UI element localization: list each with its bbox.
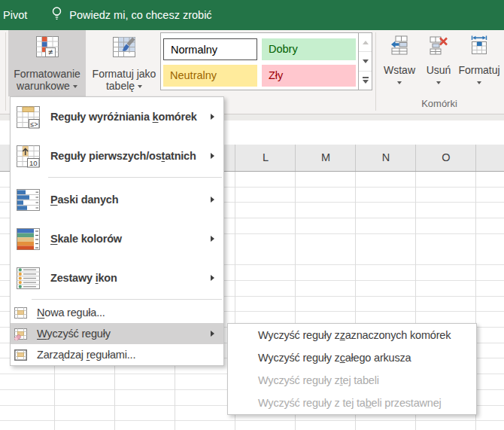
menu-item-label: Skale kolorów (50, 233, 122, 245)
manage-rules-icon (14, 349, 27, 361)
format-as-table-label-line1: Formatuj jako (93, 69, 156, 80)
submenu-item-clear-this-table: Wyczyść reguły z tej tabeli (228, 369, 476, 392)
data-bars-icon (16, 188, 41, 212)
menu-item-label: Zestawy ikon (50, 272, 117, 284)
menu-item-clear-rules[interactable]: Wyczyść reguły (11, 323, 223, 344)
tell-me-box[interactable]: Powiedz mi, co chcesz zrobić (51, 6, 211, 24)
dropdown-caret-icon (138, 85, 142, 88)
insert-cells-label: Wstaw (384, 64, 415, 76)
menu-item-new-rule[interactable]: Nowa reguła... (11, 302, 223, 323)
cells-group-label: Komórki (376, 98, 502, 109)
menu-item-manage-rules[interactable]: Zarządzaj regułami... (11, 344, 223, 365)
excel-window: Pivot Powiedz mi, co chcesz zrobić ≠ (0, 0, 504, 430)
svg-text:≠: ≠ (47, 47, 52, 56)
style-good[interactable]: Dobry (262, 38, 356, 60)
delete-cells-icon (429, 35, 448, 58)
format-as-table-icon (112, 35, 136, 63)
submenu-arrow-icon (211, 331, 214, 337)
menu-item-data-bars[interactable]: Paski danych (11, 180, 223, 219)
submenu-item-clear-entire-sheet[interactable]: Wyczyść reguły z całego arkusza (228, 346, 476, 369)
top-bottom-rules-icon: 10 (16, 144, 41, 169)
submenu-arrow-icon (211, 153, 214, 159)
menu-item-icon-sets[interactable]: Zestawy ikon (11, 258, 223, 297)
format-cells-label: Formatuj (458, 64, 499, 76)
dropdown-caret-icon (436, 81, 441, 84)
up-arrow-icon (363, 41, 369, 44)
clear-rules-icon (14, 328, 27, 340)
menu-item-color-scales[interactable]: Skale kolorów (11, 219, 223, 258)
conditional-formatting-menu: ≤> Reguły wyróżniania komórek 10 Reguły … (10, 96, 224, 366)
style-neutral[interactable]: Neutralny (163, 65, 257, 87)
menu-separator (32, 299, 222, 300)
submenu-arrow-icon (211, 197, 214, 203)
conditional-formatting-button[interactable]: ≠ Formatowanie warunkowe (8, 30, 86, 96)
column-header-N[interactable]: N (356, 145, 416, 171)
format-cells-icon (469, 35, 489, 58)
delete-cells-label: Usuń (427, 64, 451, 76)
column-header-O[interactable]: O (416, 145, 476, 171)
submenu-arrow-icon (211, 236, 214, 242)
menu-item-label: Reguły pierwszych/ostatnich (50, 150, 196, 162)
icon-sets-icon (16, 266, 41, 291)
menu-item-label: Paski danych (50, 194, 118, 206)
group-divider (5, 32, 6, 111)
style-bad[interactable]: Zły (262, 65, 356, 87)
down-arrow-icon (363, 80, 369, 84)
new-rule-icon (14, 306, 27, 319)
conditional-formatting-label-line2: warunkowe (17, 81, 77, 92)
down-arrow-icon (363, 59, 369, 63)
gallery-more-button[interactable] (359, 71, 372, 90)
insert-cells-icon (390, 35, 409, 58)
dropdown-caret-icon (477, 81, 481, 84)
menu-separator (48, 177, 222, 178)
dropdown-caret-icon (73, 85, 77, 88)
svg-text:≤>: ≤> (30, 120, 38, 127)
highlight-cells-rules-icon: ≤> (16, 105, 41, 130)
menu-item-top-bottom-rules[interactable]: 10 Reguły pierwszych/ostatnich (11, 136, 223, 175)
conditional-formatting-label-line1: Formatowanie (14, 69, 80, 80)
column-header-M[interactable]: M (296, 145, 356, 171)
tell-me-label: Powiedz mi, co chcesz zrobić (69, 9, 211, 21)
more-styles-icon (363, 77, 369, 78)
submenu-item-clear-selected-cells[interactable]: Wyczyść reguły z zaznaczonych komórek (228, 324, 476, 346)
menu-item-label: Zarządzaj regułami... (37, 349, 135, 361)
gallery-scroll-down-button[interactable] (359, 51, 372, 70)
submenu-arrow-icon (211, 275, 214, 281)
ribbon-tab-pivot[interactable]: Pivot (0, 9, 32, 21)
color-scales-icon (16, 227, 41, 252)
menu-item-label: Wyczyść reguły (37, 328, 111, 340)
svg-text:10: 10 (29, 158, 38, 166)
submenu-arrow-icon (211, 114, 214, 120)
menu-item-label: Reguły wyróżniania komórek (50, 111, 197, 123)
style-normal[interactable]: Normalny (163, 38, 257, 60)
gallery-scrollbar (358, 33, 372, 90)
conditional-formatting-icon: ≠ (35, 35, 59, 63)
gallery-scroll-up-button[interactable] (359, 33, 372, 51)
menu-item-label: Nowa reguła... (37, 306, 105, 319)
format-as-table-label-line2: tabelę (106, 81, 142, 92)
lightbulb-icon (51, 6, 62, 24)
format-as-table-button[interactable]: Formatuj jako tabelę (88, 30, 160, 96)
ribbon-tab-bar: Pivot Powiedz mi, co chcesz zrobić (0, 0, 504, 30)
submenu-item-clear-this-pivottable: Wyczyść reguły z tej tabeli przestawnej (228, 392, 476, 414)
clear-rules-submenu: Wyczyść reguły z zaznaczonych komórek Wy… (227, 323, 477, 415)
column-header-L[interactable]: L (235, 145, 296, 171)
menu-item-highlight-cells-rules[interactable]: ≤> Reguły wyróżniania komórek (11, 97, 223, 136)
cell-styles-gallery: Normalny Dobry Neutralny Zły (160, 32, 372, 90)
dropdown-caret-icon (397, 81, 402, 84)
